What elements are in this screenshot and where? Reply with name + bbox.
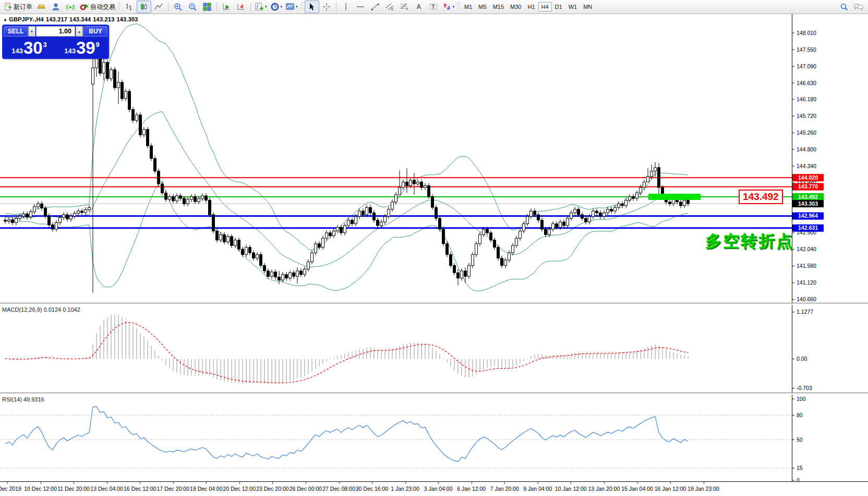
macd-pane[interactable]: 1.12770.00-0.703 MACD(12,26,9) 0.0124 0.… [0,305,868,393]
buy-button[interactable]: BUY [83,26,107,37]
fibonacci-button[interactable]: F [397,1,412,13]
svg-text:143.492: 143.492 [798,194,818,200]
periods-button[interactable]: ▾ [269,1,284,13]
ohlc-open: 143.217 [46,16,67,22]
timeframe-h4-button[interactable]: H4 [538,2,552,11]
time-tick [438,482,439,484]
templates-button[interactable]: ▾ [284,1,299,13]
rsi-canvas[interactable]: 1008050150 [0,395,868,481]
svg-text:141.120: 141.120 [797,279,816,286]
timeframe-m15-button[interactable]: M15 [490,2,507,11]
horizontal-line-button[interactable] [353,1,368,13]
market-watch-button[interactable] [34,1,49,13]
svg-text:143.770: 143.770 [798,183,818,190]
svg-text:-0.703: -0.703 [797,385,812,391]
tile-windows-button[interactable] [200,1,214,13]
arrows-button[interactable]: ▾ [441,1,456,13]
time-label: 11 Dec 20:00 [57,486,90,492]
text-button[interactable]: A [412,1,426,13]
user-icon [51,2,61,11]
volume-input[interactable]: 1.00 [36,26,75,37]
time-tick [604,482,605,484]
timeframe-w1-button[interactable]: W1 [565,2,581,11]
search-button[interactable] [837,1,851,13]
timeframe-h1-button[interactable]: H1 [524,2,538,11]
time-label: 23 Dec 20:00 [256,486,288,492]
dropdown-caret: ▾ [281,5,283,9]
collapse-arrow-icon[interactable]: ▲ [3,17,7,22]
sell-button[interactable]: SELL [4,26,28,37]
new-order-label: 新订单 [14,3,32,11]
rsi-pane[interactable]: 1008050150 RSI(14) 49.9316 [0,395,868,481]
svg-text:147.090: 147.090 [797,63,816,69]
price-callout-label[interactable]: 143.492 [739,190,783,204]
arrow-objects-icon [442,2,452,11]
toolbar-separator [216,2,217,11]
time-label: 13 Dec 04:00 [90,486,123,492]
text-label-button[interactable]: T [426,1,441,13]
new-order-button[interactable]: 新订单 [2,1,34,13]
crosshair-button[interactable] [319,1,334,13]
gold-ingot-icon [37,2,46,11]
svg-text:15: 15 [797,465,803,471]
indicators-button[interactable]: f ▾ [253,1,269,13]
svg-text:142.040: 142.040 [797,246,816,252]
chat-button[interactable] [851,1,866,13]
tile-windows-icon [202,2,212,11]
timeframe-m30-button[interactable]: M30 [507,2,524,11]
time-label: 26 Dec 00:00 [290,486,322,492]
time-label: 17 Dec 20:00 [157,486,189,492]
crosshair-icon [322,2,331,11]
accounts-button[interactable] [49,1,63,13]
time-tick [173,482,174,484]
svg-text:E: E [391,7,394,11]
auto-scroll-button[interactable] [219,1,234,13]
time-tick [107,482,107,484]
time-tick [372,482,372,484]
time-tick [637,482,638,484]
main-chart-pane[interactable]: 148.010147.550147.090146.630146.180145.7… [0,14,868,303]
annotation-text[interactable]: 多空转折点 [705,230,794,252]
buy-price-button[interactable]: 143399 [56,37,107,57]
time-tick [206,482,207,484]
sell-price-button[interactable]: 143303 [4,37,55,57]
svg-text:80: 80 [797,412,803,418]
line-chart-button[interactable] [151,1,166,13]
time-tick [472,482,472,484]
chart-shift-button[interactable] [234,1,248,13]
trendline-button[interactable] [368,1,382,13]
timeframe-m1-button[interactable]: M1 [461,2,475,11]
line-chart-icon [154,2,163,11]
macd-canvas[interactable]: 1.12770.00-0.703 [0,305,868,393]
cursor-button[interactable] [305,1,319,13]
symbol-name: GBPJPY-,H4 [9,16,44,22]
svg-text:142.964: 142.964 [798,212,818,219]
signals-button[interactable] [63,1,78,13]
svg-text:141.580: 141.580 [797,263,816,269]
time-axis[interactable]: 9 Dec 201910 Dec 12:0011 Dec 20:0013 Dec… [0,481,868,496]
svg-text:146.630: 146.630 [797,80,816,86]
zoom-out-button[interactable] [185,1,200,13]
new-order-icon [4,3,12,11]
timeframe-mn-button[interactable]: MN [580,2,595,11]
svg-text:145.260: 145.260 [797,129,816,136]
ohlc-high: 143.344 [69,16,91,22]
timeframe-d1-button[interactable]: D1 [552,2,565,11]
vertical-line-button[interactable] [339,1,353,13]
auto-trading-button[interactable]: 自动交易 [78,1,117,13]
time-tick [306,482,306,484]
time-tick [504,482,505,484]
time-label: 27 Dec 08:00 [322,486,355,492]
timeframe-m5-button[interactable]: M5 [475,2,489,11]
volume-down-stepper[interactable]: ▼ [28,26,35,37]
zoom-in-button[interactable] [171,1,185,13]
candlestick-chart-button[interactable] [137,1,151,13]
buy-price-sup: 9 [96,41,100,49]
time-tick [41,482,41,484]
price-chart-canvas[interactable]: 148.010147.550147.090146.630146.180145.7… [0,14,868,303]
channel-button[interactable]: E [382,1,397,13]
chart-shift-icon [236,2,246,11]
bar-chart-button[interactable] [122,1,137,13]
macd-label: MACD(12,26,9) 0.0124 0.1042 [2,306,80,313]
volume-up-stepper[interactable]: ▲ [76,26,83,37]
